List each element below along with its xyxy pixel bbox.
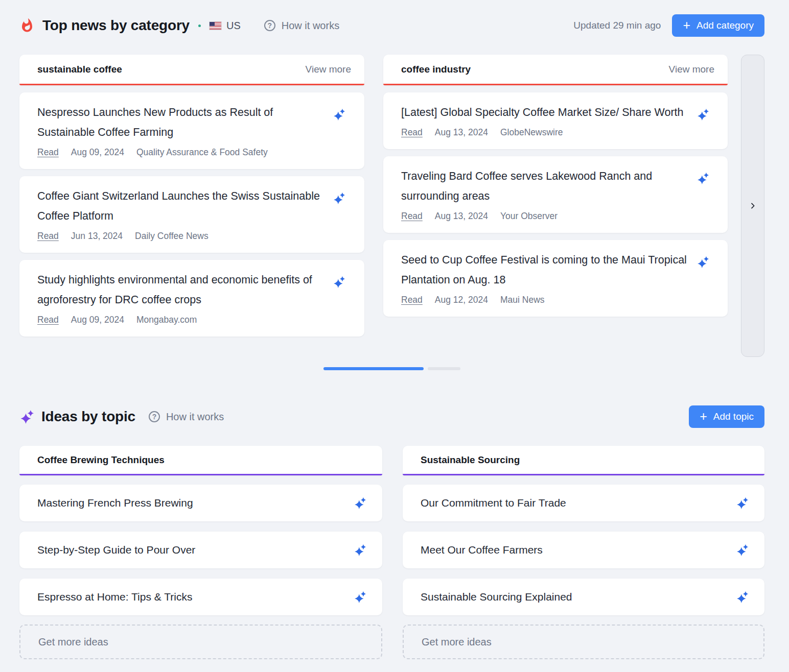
category-header: sustainable coffee View more bbox=[19, 55, 364, 85]
article-source: Maui News bbox=[500, 295, 545, 305]
article-title: Study highlights environmental and econo… bbox=[37, 270, 327, 310]
idea-title: Meet Our Coffee Farmers bbox=[421, 544, 736, 556]
news-section-title: Top news by category bbox=[42, 17, 190, 34]
add-topic-button[interactable]: + Add topic bbox=[689, 405, 764, 428]
news-category-column: sustainable coffee View more Nespresso L… bbox=[19, 55, 364, 337]
ideas-section-title: Ideas by topic bbox=[41, 409, 135, 425]
pagination-bar[interactable] bbox=[428, 367, 460, 370]
category-name: coffee industry bbox=[401, 64, 471, 75]
view-more-link[interactable]: View more bbox=[669, 64, 714, 75]
ai-sparkle-icon[interactable] bbox=[697, 108, 710, 121]
read-link[interactable]: Read bbox=[401, 211, 423, 222]
topic-header: Sustainable Sourcing bbox=[403, 446, 764, 475]
ideas-grid: Coffee Brewing Techniques Mastering Fren… bbox=[19, 446, 764, 659]
ai-sparkle-icon[interactable] bbox=[736, 590, 749, 604]
ai-sparkle-icon[interactable] bbox=[333, 191, 346, 205]
news-article-card[interactable]: Coffee Giant Switzerland Launches the Sw… bbox=[19, 176, 364, 253]
article-title: [Latest] Global Specialty Coffee Market … bbox=[401, 103, 690, 123]
topic-header: Coffee Brewing Techniques bbox=[19, 446, 382, 475]
how-it-works-link[interactable]: How it works bbox=[166, 411, 224, 423]
next-page-button[interactable] bbox=[741, 55, 764, 357]
article-date: Aug 13, 2024 bbox=[435, 211, 488, 222]
ai-sparkle-icon[interactable] bbox=[736, 543, 749, 557]
read-link[interactable]: Read bbox=[37, 315, 59, 325]
article-source: GlobeNewswire bbox=[500, 127, 563, 138]
article-title: Coffee Giant Switzerland Launches the Sw… bbox=[37, 186, 327, 226]
ideas-section-header: Ideas by topic ? How it works + Add topi… bbox=[19, 405, 764, 428]
article-source: Mongabay.com bbox=[136, 315, 197, 325]
idea-card[interactable]: Espresso at Home: Tips & Tricks bbox=[19, 579, 382, 615]
ai-sparkle-icon[interactable] bbox=[333, 275, 346, 289]
idea-title: Espresso at Home: Tips & Tricks bbox=[37, 591, 354, 603]
idea-card[interactable]: Mastering French Press Brewing bbox=[19, 485, 382, 521]
ai-sparkle-icon[interactable] bbox=[354, 496, 367, 510]
article-date: Aug 09, 2024 bbox=[71, 147, 124, 158]
article-source: Quality Assurance & Food Safety bbox=[136, 147, 268, 158]
category-header: coffee industry View more bbox=[383, 55, 728, 85]
news-carousel: sustainable coffee View more Nespresso L… bbox=[19, 55, 764, 357]
idea-title: Our Commitment to Fair Trade bbox=[421, 497, 736, 509]
category-name: sustainable coffee bbox=[37, 64, 122, 75]
topic-column: Sustainable Sourcing Our Commitment to F… bbox=[403, 446, 764, 659]
idea-card[interactable]: Meet Our Coffee Farmers bbox=[403, 532, 764, 568]
ai-sparkle-icon[interactable] bbox=[354, 590, 367, 604]
article-source: Daily Coffee News bbox=[135, 231, 208, 242]
flame-icon bbox=[19, 18, 35, 33]
news-article-card[interactable]: Nespresso Launches New Products as Resul… bbox=[19, 92, 364, 169]
ai-sparkle-icon[interactable] bbox=[736, 496, 749, 510]
read-link[interactable]: Read bbox=[401, 127, 423, 138]
read-link[interactable]: Read bbox=[37, 147, 59, 158]
carousel-pagination bbox=[19, 367, 764, 370]
us-flag-icon bbox=[210, 22, 221, 30]
help-icon[interactable]: ? bbox=[264, 20, 275, 31]
news-category-column: coffee industry View more [Latest] Globa… bbox=[383, 55, 728, 317]
news-section-header: Top news by category US ? How it works U… bbox=[19, 14, 764, 37]
article-title: Nespresso Launches New Products as Resul… bbox=[37, 103, 327, 142]
status-dot bbox=[198, 25, 201, 27]
idea-card[interactable]: Our Commitment to Fair Trade bbox=[403, 485, 764, 521]
ai-sparkle-icon[interactable] bbox=[697, 255, 710, 269]
idea-card[interactable]: Sustainable Sourcing Explained bbox=[403, 579, 764, 615]
idea-title: Step-by-Step Guide to Pour Over bbox=[37, 544, 354, 556]
idea-title: Sustainable Sourcing Explained bbox=[421, 591, 736, 603]
chevron-right-icon bbox=[749, 202, 757, 210]
page: Top news by category US ? How it works U… bbox=[0, 0, 789, 672]
article-date: Aug 09, 2024 bbox=[71, 315, 124, 325]
topic-column: Coffee Brewing Techniques Mastering Fren… bbox=[19, 446, 382, 659]
news-article-card[interactable]: Study highlights environmental and econo… bbox=[19, 260, 364, 337]
country-label: US bbox=[226, 20, 241, 32]
article-date: Aug 12, 2024 bbox=[435, 295, 488, 305]
plus-icon: + bbox=[700, 410, 707, 423]
updated-timestamp: Updated 29 min ago bbox=[573, 20, 661, 31]
ai-sparkle-icon[interactable] bbox=[697, 172, 710, 185]
ai-sparkle-icon[interactable] bbox=[333, 108, 346, 121]
get-more-ideas-button[interactable]: Get more ideas bbox=[19, 625, 382, 659]
get-more-ideas-button[interactable]: Get more ideas bbox=[403, 625, 764, 659]
news-article-card[interactable]: Traveling Bard Coffee serves Lakewood Ra… bbox=[383, 156, 728, 233]
read-link[interactable]: Read bbox=[37, 231, 59, 242]
view-more-link[interactable]: View more bbox=[306, 64, 351, 75]
article-date: Jun 13, 2024 bbox=[71, 231, 123, 242]
news-article-card[interactable]: Seed to Cup Coffee Festival is coming to… bbox=[383, 240, 728, 317]
article-title: Traveling Bard Coffee serves Lakewood Ra… bbox=[401, 166, 690, 206]
article-source: Your Observer bbox=[500, 211, 558, 222]
plus-icon: + bbox=[683, 19, 690, 32]
pagination-bar-active[interactable] bbox=[323, 367, 424, 370]
idea-title: Mastering French Press Brewing bbox=[37, 497, 354, 509]
article-title: Seed to Cup Coffee Festival is coming to… bbox=[401, 250, 690, 290]
news-article-card[interactable]: [Latest] Global Specialty Coffee Market … bbox=[383, 92, 728, 149]
ai-sparkle-icon[interactable] bbox=[354, 543, 367, 557]
add-category-button[interactable]: + Add category bbox=[672, 14, 764, 37]
topic-name: Sustainable Sourcing bbox=[421, 454, 520, 466]
sparkle-icon bbox=[19, 409, 35, 424]
read-link[interactable]: Read bbox=[401, 295, 423, 305]
topic-name: Coffee Brewing Techniques bbox=[37, 454, 165, 466]
idea-card[interactable]: Step-by-Step Guide to Pour Over bbox=[19, 532, 382, 568]
help-icon[interactable]: ? bbox=[149, 411, 160, 422]
article-date: Aug 13, 2024 bbox=[435, 127, 488, 138]
how-it-works-link[interactable]: How it works bbox=[282, 20, 339, 32]
